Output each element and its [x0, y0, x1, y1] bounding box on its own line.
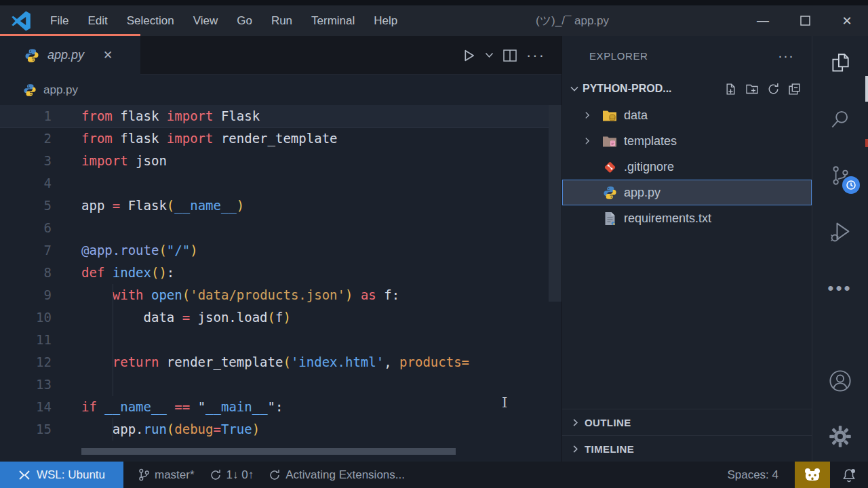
explorer-section-header[interactable]: PYTHON-PROD...	[562, 75, 812, 102]
code-line[interactable]: 1from flask import Flask	[0, 105, 561, 127]
menu-terminal[interactable]: Terminal	[302, 14, 364, 28]
run-dropdown-chevron-icon[interactable]	[485, 52, 494, 58]
code-line[interactable]: 5app = Flask(__name__)	[0, 195, 561, 217]
code-editor[interactable]: 1from flask import Flask2from flask impo…	[0, 105, 561, 462]
tab-app-py[interactable]: app.py ✕	[0, 36, 140, 75]
tree-item-requirements[interactable]: requirements.txt	[562, 205, 812, 231]
search-icon[interactable]	[823, 102, 857, 136]
code-line[interactable]: 6	[0, 217, 561, 239]
tree-item-app-py[interactable]: app.py	[562, 180, 812, 205]
notifications-button[interactable]	[830, 462, 868, 488]
code-line[interactable]: 10 data = json.load(f)	[0, 306, 561, 329]
close-button[interactable]: ✕	[826, 5, 868, 36]
code-token: (	[159, 243, 166, 258]
menu-help[interactable]: Help	[364, 14, 407, 28]
menu-run[interactable]: Run	[262, 14, 302, 28]
code-token: products=	[399, 354, 469, 369]
indent-guide	[113, 418, 113, 441]
source-control-icon[interactable]	[823, 159, 857, 192]
code-token: render_template	[213, 131, 337, 146]
code-line[interactable]: 14if __name__ == "__main__":	[0, 396, 561, 418]
menu-file[interactable]: File	[41, 14, 78, 28]
additional-views-icon[interactable]: •••	[823, 271, 857, 305]
code-line[interactable]: 3import json	[0, 150, 561, 172]
code-lines: 1from flask import Flask2from flask impo…	[0, 105, 561, 441]
account-icon[interactable]	[823, 364, 857, 398]
pet-face-icon	[804, 468, 821, 483]
screen-artifact	[865, 139, 868, 147]
code-token	[97, 399, 104, 414]
maximize-button[interactable]	[784, 5, 826, 36]
tree-item-label: data	[624, 108, 648, 123]
vscode-window: File Edit Selection View Go Run Terminal…	[0, 0, 868, 488]
collapse-all-icon[interactable]	[788, 83, 801, 96]
tree-item-templates[interactable]: templates	[562, 128, 812, 154]
minimize-button[interactable]: —	[742, 5, 784, 36]
code-token: __name__	[174, 198, 237, 213]
code-line[interactable]: 7@app.route("/")	[0, 239, 561, 262]
menu-edit[interactable]: Edit	[78, 14, 117, 28]
tree-item-data[interactable]: data	[562, 102, 812, 128]
git-branch-status[interactable]: master*	[138, 468, 195, 482]
outline-section[interactable]: OUTLINE	[562, 409, 812, 435]
breadcrumb[interactable]: app.py	[0, 75, 561, 105]
indentation-status[interactable]: Spaces: 4	[727, 468, 778, 482]
menu-view[interactable]: View	[184, 14, 228, 28]
line-number: 2	[0, 127, 52, 150]
menu-selection[interactable]: Selection	[117, 14, 184, 28]
status-bar-right: Spaces: 4	[727, 462, 868, 488]
explorer-view-icon[interactable]	[823, 46, 857, 80]
code-line-text: return render_template('index.html', pro…	[52, 351, 561, 373]
code-token: debug	[174, 422, 213, 436]
loading-spinner-icon	[269, 469, 281, 481]
pip-icon	[604, 211, 616, 226]
code-line[interactable]: 4	[0, 172, 561, 195]
code-line[interactable]: 13	[0, 373, 561, 396]
workbench: app.py ✕ ··· app.py 1from flask im	[0, 36, 868, 462]
code-token: import	[167, 108, 214, 123]
new-folder-icon[interactable]	[745, 83, 759, 96]
code-line[interactable]: 2from flask import render_template	[0, 127, 561, 150]
new-file-icon[interactable]	[724, 83, 737, 96]
breadcrumb-item[interactable]: app.py	[43, 83, 78, 97]
code-line-text	[52, 172, 561, 195]
python-icon	[23, 83, 37, 97]
run-and-debug-icon[interactable]	[823, 215, 857, 249]
activating-extensions-status[interactable]: Activating Extensions...	[269, 468, 405, 482]
menu-go[interactable]: Go	[227, 14, 262, 28]
tree-item-gitignore[interactable]: .gitignore	[562, 154, 812, 180]
titlebar: File Edit Selection View Go Run Terminal…	[0, 5, 868, 36]
sync-icon	[210, 469, 222, 481]
run-python-file-icon[interactable]	[464, 49, 475, 62]
explorer-more-icon[interactable]: ···	[778, 47, 794, 64]
remote-wsl-icon	[18, 469, 31, 481]
chevron-right-icon	[570, 444, 580, 454]
code-token: from	[81, 131, 113, 146]
remote-indicator[interactable]: WSL: Ubuntu	[0, 462, 123, 488]
tab-close-icon[interactable]: ✕	[103, 48, 113, 62]
more-actions-icon[interactable]: ···	[526, 47, 545, 64]
settings-gear-icon[interactable]	[823, 420, 857, 453]
horizontal-scrollbar[interactable]	[81, 448, 456, 455]
code-token: =	[182, 310, 190, 325]
chevron-right-icon	[570, 418, 580, 428]
code-token: __main__	[205, 399, 268, 414]
sync-status[interactable]: 1↓ 0↑	[210, 468, 254, 482]
code-token	[144, 287, 151, 302]
branch-label: master*	[155, 468, 195, 482]
code-line[interactable]: 15 app.run(debug=True)	[0, 418, 561, 441]
timeline-section[interactable]: TIMELINE	[562, 435, 812, 462]
code-line[interactable]: 12 return render_template('index.html', …	[0, 351, 561, 373]
vscode-logo-icon	[11, 11, 31, 31]
tree-item-label: .gitignore	[624, 160, 674, 174]
code-line[interactable]: 11	[0, 329, 561, 351]
code-line[interactable]: 8def index():	[0, 262, 561, 284]
split-editor-icon[interactable]	[503, 49, 517, 62]
code-token: :	[167, 265, 174, 280]
code-token: app	[81, 198, 113, 213]
refresh-icon[interactable]	[767, 83, 780, 96]
code-line[interactable]: 9 with open('data/products.json') as f:	[0, 284, 561, 306]
code-token: True	[221, 422, 252, 436]
extension-pet-button[interactable]	[795, 462, 830, 488]
vertical-scrollbar[interactable]	[549, 105, 561, 302]
